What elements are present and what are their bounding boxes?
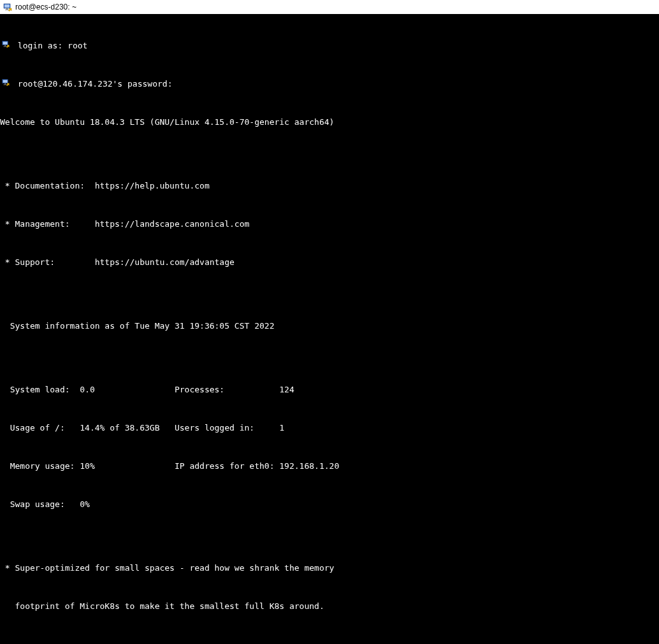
svg-rect-3 xyxy=(5,10,9,10)
password-text: root@120.46.174.232's password: xyxy=(13,78,172,90)
putty-icon xyxy=(3,2,13,12)
svg-rect-5 xyxy=(3,42,8,45)
putty-icon xyxy=(0,39,13,48)
sysinfo-heading: System information as of Tue May 31 19:3… xyxy=(0,320,659,333)
login-as-text: login as: root xyxy=(13,39,87,52)
sysinfo-row: Usage of /: 14.4% of 38.63GB Users logge… xyxy=(0,422,659,434)
svg-rect-7 xyxy=(4,47,7,47)
svg-rect-6 xyxy=(4,45,6,47)
window-title-bar[interactable]: root@ecs-d230: ~ xyxy=(0,0,659,14)
terminal-area[interactable]: login as: root root@120.46.174.232's pas… xyxy=(0,14,659,644)
motd-microk8s-2: footprint of MicroK8s to make it the sma… xyxy=(0,600,659,613)
sysinfo-row: System load: 0.0 Processes: 124 xyxy=(0,383,659,396)
motd-support: * Support: https://ubuntu.com/advantage xyxy=(0,256,659,269)
window-title: root@ecs-d230: ~ xyxy=(15,3,76,11)
motd-management: * Management: https://landscape.canonica… xyxy=(0,218,659,231)
motd-documentation: * Documentation: https://help.ubuntu.com xyxy=(0,180,659,192)
motd-microk8s-1: * Super-optimized for small spaces - rea… xyxy=(0,562,659,575)
svg-rect-2 xyxy=(6,8,8,10)
password-prompt-line: root@120.46.174.232's password: xyxy=(0,78,659,90)
svg-rect-10 xyxy=(4,83,6,85)
motd-welcome: Welcome to Ubuntu 18.04.3 LTS (GNU/Linux… xyxy=(0,116,659,129)
sysinfo-row: Swap usage: 0% xyxy=(0,498,659,511)
svg-rect-9 xyxy=(3,80,8,83)
sysinfo-row: Memory usage: 10% IP address for eth0: 1… xyxy=(0,460,659,473)
putty-icon xyxy=(0,78,13,87)
svg-rect-1 xyxy=(4,4,10,8)
svg-rect-11 xyxy=(4,85,7,85)
login-prompt-line: login as: root xyxy=(0,39,659,52)
